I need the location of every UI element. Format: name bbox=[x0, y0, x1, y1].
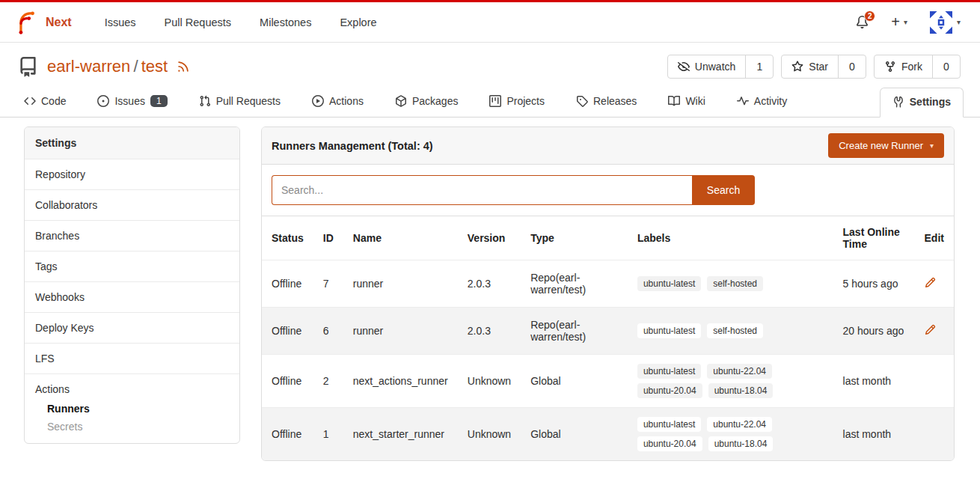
notifications-button[interactable]: 2 bbox=[856, 16, 869, 28]
col-labels: Labels bbox=[628, 216, 833, 260]
runner-status: Offline bbox=[262, 308, 313, 355]
nav-pull-requests-link[interactable]: Pull Requests bbox=[165, 16, 231, 28]
search-button[interactable]: Search bbox=[692, 175, 755, 205]
tab-wiki[interactable]: Wiki bbox=[662, 88, 711, 117]
runner-id: 7 bbox=[313, 260, 343, 308]
runner-version: Unknown bbox=[458, 355, 521, 408]
fork-button[interactable]: Fork bbox=[875, 55, 932, 78]
forks-count[interactable]: 0 bbox=[932, 55, 960, 78]
tab-actions[interactable]: Actions bbox=[306, 88, 370, 117]
forgejo-home-link[interactable]: Next bbox=[13, 10, 72, 35]
runner-type: Global bbox=[521, 355, 628, 408]
col-id: ID bbox=[313, 216, 343, 260]
sidebar-item-webhooks[interactable]: Webhooks bbox=[25, 281, 239, 312]
runner-last-online: last month bbox=[833, 355, 915, 408]
col-status: Status bbox=[262, 216, 313, 260]
sidebar-item-tags[interactable]: Tags bbox=[25, 251, 239, 281]
notification-count-badge: 2 bbox=[864, 10, 875, 22]
runner-version: 2.0.3 bbox=[458, 260, 521, 308]
runner-last-online: 5 hours ago bbox=[833, 260, 915, 308]
forgejo-logo-icon bbox=[13, 10, 39, 35]
plus-icon: + bbox=[891, 13, 900, 31]
table-row: Offline 2 next_actions_runner Unknown Gl… bbox=[262, 355, 954, 408]
tab-projects[interactable]: Projects bbox=[483, 88, 551, 117]
fork-icon bbox=[884, 61, 896, 73]
unwatch-button[interactable]: Unwatch bbox=[668, 55, 745, 78]
create-new-runner-button[interactable]: Create new Runner ▾ bbox=[828, 133, 944, 158]
runner-status: Offline bbox=[262, 260, 313, 308]
tab-pull-requests[interactable]: Pull Requests bbox=[193, 88, 287, 117]
tab-settings[interactable]: Settings bbox=[880, 88, 964, 118]
fork-label: Fork bbox=[901, 61, 922, 73]
stars-count[interactable]: 0 bbox=[838, 55, 866, 78]
create-menu-button[interactable]: + ▾ bbox=[891, 13, 907, 31]
runner-last-online: last month bbox=[833, 408, 915, 461]
tab-packages[interactable]: Packages bbox=[389, 88, 464, 117]
sidebar-item-collaborators[interactable]: Collaborators bbox=[25, 189, 239, 220]
tab-activity[interactable]: Activity bbox=[731, 88, 793, 117]
nav-explore-link[interactable]: Explore bbox=[340, 16, 376, 28]
tab-issues[interactable]: Issues 1 bbox=[91, 88, 173, 117]
runner-name: next_starter_runner bbox=[343, 408, 458, 461]
runner-status: Offline bbox=[262, 408, 313, 461]
runner-type: Global bbox=[521, 408, 628, 461]
sidebar-item-runners[interactable]: Runners bbox=[25, 400, 239, 418]
star-button-group: Star 0 bbox=[781, 55, 866, 79]
star-label: Star bbox=[809, 61, 828, 73]
issues-count-badge: 1 bbox=[150, 95, 168, 107]
nav-milestones-link[interactable]: Milestones bbox=[260, 16, 311, 28]
tab-releases[interactable]: Releases bbox=[570, 88, 643, 117]
top-navbar: Next Issues Pull Requests Milestones Exp… bbox=[0, 0, 980, 43]
repo-tabs: Code Issues 1 Pull Requests Actions Pack… bbox=[0, 83, 980, 118]
brand-name: Next bbox=[46, 16, 72, 29]
watchers-count[interactable]: 1 bbox=[745, 55, 773, 78]
nav-issues-link[interactable]: Issues bbox=[105, 16, 136, 28]
runner-name: runner bbox=[343, 308, 458, 355]
search-input[interactable] bbox=[272, 175, 692, 205]
runner-labels: ubuntu-latest ubuntu-22.04 ubuntu-20.04 … bbox=[637, 364, 796, 398]
runner-id: 6 bbox=[313, 308, 343, 355]
sidebar-item-deploy-keys[interactable]: Deploy Keys bbox=[25, 312, 239, 343]
runner-version: 2.0.3 bbox=[458, 308, 521, 355]
repo-icon bbox=[18, 57, 38, 77]
runner-status: Offline bbox=[262, 355, 313, 408]
repo-name-link[interactable]: test bbox=[141, 57, 168, 76]
page-title: Runners Management (Total: 4) bbox=[272, 140, 433, 152]
user-menu-button[interactable]: ▾ bbox=[930, 11, 961, 34]
edit-runner-button[interactable] bbox=[925, 324, 936, 335]
chevron-down-icon: ▾ bbox=[930, 141, 934, 150]
runner-id: 2 bbox=[313, 355, 343, 408]
sidebar-item-repository[interactable]: Repository bbox=[25, 159, 239, 189]
runner-last-online: 20 hours ago bbox=[833, 308, 915, 355]
runner-type: Repo(earl-warren/test) bbox=[521, 308, 628, 355]
sidebar-header: Settings bbox=[25, 127, 239, 159]
edit-runner-button[interactable] bbox=[925, 277, 936, 288]
table-header-row: Status ID Name Version Type Labels Last … bbox=[262, 216, 954, 260]
sidebar-item-lfs[interactable]: LFS bbox=[25, 343, 239, 373]
panel-header: Runners Management (Total: 4) Create new… bbox=[262, 127, 954, 165]
repo-header: earl-warren / test Unwatch 1 bbox=[0, 43, 980, 83]
col-edit: Edit bbox=[915, 216, 954, 260]
settings-sidebar: Settings Repository Collaborators Branch… bbox=[24, 126, 240, 444]
col-name: Name bbox=[343, 216, 458, 260]
repo-title: earl-warren / test bbox=[18, 57, 190, 77]
star-button[interactable]: Star bbox=[782, 55, 838, 78]
sidebar-item-secrets[interactable]: Secrets bbox=[25, 418, 239, 436]
tab-code[interactable]: Code bbox=[18, 88, 72, 117]
runner-labels: ubuntu-latest self-hosted bbox=[637, 323, 796, 338]
col-version: Version bbox=[458, 216, 521, 260]
table-row: Offline 1 next_starter_runner Unknown Gl… bbox=[262, 408, 954, 461]
repo-path-separator: / bbox=[133, 57, 138, 76]
star-icon bbox=[791, 61, 803, 73]
chevron-down-icon: ▾ bbox=[904, 18, 907, 26]
runner-name: next_actions_runner bbox=[343, 355, 458, 408]
runners-panel: Runners Management (Total: 4) Create new… bbox=[261, 126, 955, 461]
table-row: Offline 7 runner 2.0.3 Repo(earl-warren/… bbox=[262, 260, 954, 308]
sidebar-item-branches[interactable]: Branches bbox=[25, 220, 239, 251]
search-section: Search bbox=[262, 165, 954, 216]
eye-closed-icon bbox=[678, 61, 690, 73]
repo-owner-link[interactable]: earl-warren bbox=[47, 57, 130, 76]
rss-feed-icon[interactable] bbox=[177, 60, 190, 73]
avatar bbox=[930, 11, 952, 34]
sidebar-item-actions[interactable]: Actions bbox=[25, 374, 239, 400]
